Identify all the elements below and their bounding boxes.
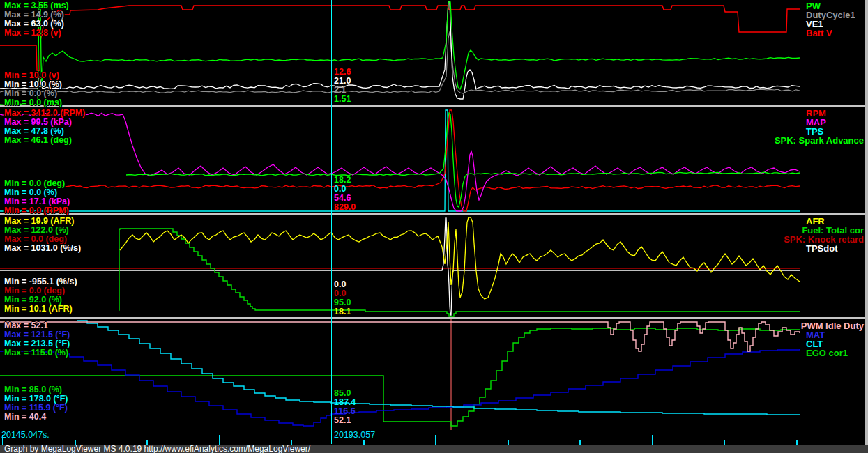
timeline-tick	[219, 435, 220, 445]
trace-pw	[0, 2, 800, 105]
chart-panel-2: Max = 3412.0 (RPM)Max = 99.5 (kPa)Max = …	[0, 107, 868, 213]
trace-mat	[0, 349, 800, 426]
timeline-cursor-label: 20193.057	[334, 431, 375, 440]
trace-afr	[120, 217, 800, 299]
panel-separator-3[interactable]	[0, 317, 868, 319]
cursor-value: 18.1	[334, 307, 351, 316]
trace-ego-cor1	[0, 328, 800, 426]
legend-ego-cor1[interactable]: EGO cor1	[806, 348, 848, 358]
legend-spk-spark-advance[interactable]: SPK: Spark Advance	[775, 136, 864, 145]
trace-fuel-total-cor	[119, 229, 800, 316]
timeline-start-label: 20145.047s.	[1, 431, 50, 440]
status-bar: Graph by MegaLogViewer MS 4.0.19 http://…	[0, 445, 868, 453]
chart-panel-4: Max = 52.1Max = 121.5 (°F)Max = 213.5 (°…	[0, 319, 868, 430]
cursor-value: 829.0	[334, 203, 356, 212]
cursor-value: 1.51	[334, 95, 351, 104]
trace-spk-spark-advance	[126, 113, 800, 207]
chart-canvas-2[interactable]	[0, 107, 868, 213]
timeline-tick	[2, 435, 3, 445]
min-label: Min = 0.0 (ms)	[4, 98, 62, 107]
chart-canvas-1[interactable]	[0, 0, 868, 105]
legend-tpsdot[interactable]: TPSdot	[806, 244, 838, 253]
trace-batt-v	[0, 6, 800, 70]
trace-map	[0, 113, 800, 211]
panel-separator-1[interactable]	[0, 105, 868, 107]
max-label: Max = 115.0 (%)	[4, 348, 68, 358]
min-label: Min = 40.4	[4, 413, 46, 422]
min-label: Min = 10.1 (AFR)	[4, 305, 73, 314]
megalogviewer-window: Max = 3.55 (ms)Max = 14.9 (%)Max = 63.0 …	[0, 0, 868, 453]
chart-canvas-3[interactable]	[0, 215, 868, 317]
timeline-tick	[435, 435, 436, 445]
legend-batt-v[interactable]: Batt V	[806, 29, 832, 38]
max-label: Max = 12.8 (v)	[4, 29, 61, 38]
min-label: Min = 0.0 (RPM)	[4, 206, 69, 215]
chart-panel-1: Max = 3.55 (ms)Max = 14.9 (%)Max = 63.0 …	[0, 0, 868, 105]
max-label: Max = 46.1 (deg)	[4, 136, 72, 145]
trace-dutycycle1	[0, 31, 800, 93]
chart-panel-3: Max = 19.9 (AFR)Max = 122.0 (%)Max = 0.0…	[0, 215, 868, 317]
trace-tps	[0, 110, 800, 211]
max-label: Max = 1031.0 (%/s)	[4, 244, 81, 253]
window-right-scroll-strip[interactable]	[865, 0, 868, 445]
timeline-tick	[652, 435, 653, 445]
trace-rpm	[58, 110, 800, 211]
chart-canvas-4[interactable]	[0, 319, 868, 430]
timeline[interactable]: 20145.047s. 20193.057	[0, 430, 868, 445]
cursor-line[interactable]	[331, 0, 332, 444]
status-bar-text: Graph by MegaLogViewer MS 4.0.19 http://…	[4, 445, 310, 453]
cursor-value: 52.1	[334, 416, 351, 425]
trace-pwm-idle-duty	[0, 322, 800, 351]
trace-ve1	[0, 2, 800, 99]
panel-separator-2[interactable]	[0, 213, 868, 215]
trace-clt	[77, 321, 800, 415]
trace-tpsdot	[0, 218, 800, 315]
